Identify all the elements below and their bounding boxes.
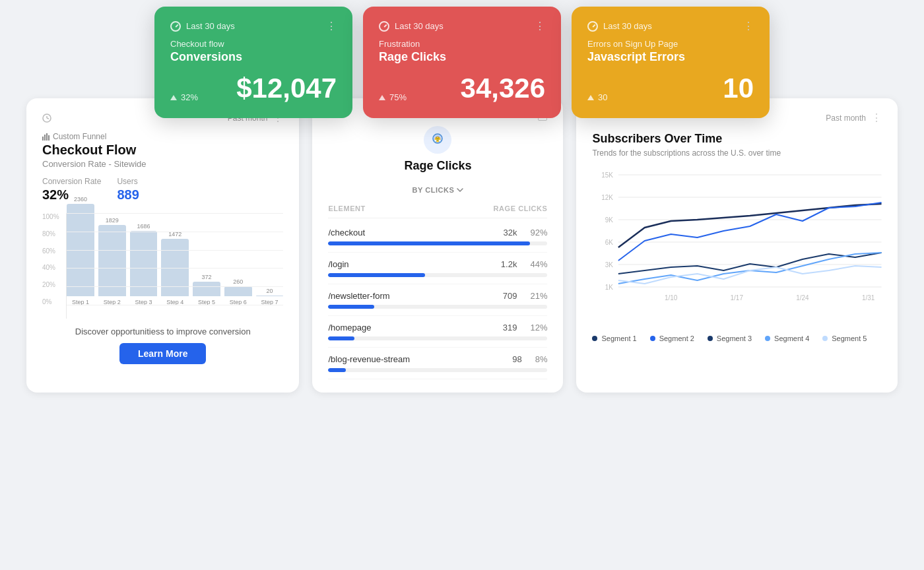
arrow-up-icon [379, 95, 385, 100]
svg-text:1/17: 1/17 [731, 294, 744, 301]
rage-clicks-title: Rage Clicks [328, 159, 547, 173]
rage-clicks-header: RAGE CLICKS [494, 205, 548, 212]
card-title: Javascript Errors [587, 50, 754, 64]
by-clicks-filter[interactable]: BY CLICKS [328, 186, 547, 194]
svg-text:😤: 😤 [434, 136, 441, 142]
rage-element: /homepage [328, 323, 371, 332]
metric-card-errors: Last 30 days ⋮ Errors on Sign Up Page Ja… [572, 7, 770, 118]
list-item: /blog-revenue-stream 98 8% [328, 348, 547, 379]
rage-count: 1.2k [501, 259, 517, 269]
more-options-icon[interactable]: ⋮ [535, 20, 545, 32]
bar-group: 1472Step 4 [161, 231, 189, 305]
rage-count: 98 [512, 354, 521, 364]
rage-row-top: /blog-revenue-stream 98 8% [328, 354, 547, 364]
rage-values: 319 12% [503, 323, 548, 332]
bar [130, 231, 158, 296]
y-label-0: 0% [42, 298, 59, 305]
funnel-label: Custom Funnel [42, 132, 283, 141]
funnel-discover-text: Discover opportunitiess to improve conve… [42, 327, 283, 336]
rage-values: 32k 92% [503, 228, 547, 238]
list-item: /login 1.2k 44% [328, 253, 547, 284]
dashboard: Last 30 days ⋮ Checkout flow Conversions… [0, 0, 924, 570]
y-label-40: 40% [42, 264, 59, 271]
bar [67, 204, 94, 296]
rage-bar-fill [328, 241, 529, 245]
bar-step-label: Step 3 [135, 299, 152, 305]
legend-item: Segment 1 [592, 334, 636, 342]
arrow-up-icon [170, 95, 177, 100]
bar-step-label: Step 7 [261, 299, 279, 305]
metric-card-header: Last 30 days ⋮ [170, 20, 337, 32]
bar [98, 225, 126, 296]
legend-item: Segment 2 [650, 334, 694, 342]
rage-clicks-widget: 😤 Rage Clicks BY CLICKS ELEMENT RAGE CLI… [312, 98, 563, 393]
rage-row-top: /login 1.2k 44% [328, 259, 547, 269]
rage-percent: 21% [530, 291, 547, 301]
top-cards: Last 30 days ⋮ Checkout flow Conversions… [26, 0, 898, 118]
bar-step-label: Step 5 [198, 299, 215, 305]
rage-bar-bg [328, 273, 547, 277]
svg-text:1K: 1K [605, 284, 614, 291]
more-options-icon[interactable]: ⋮ [743, 20, 754, 32]
svg-text:15K: 15K [602, 172, 614, 179]
more-options-icon[interactable]: ⋮ [326, 20, 337, 32]
y-label-60: 60% [42, 247, 59, 255]
rage-rows-container: /checkout 32k 92% /login 1.2k 44% [328, 221, 547, 379]
card-bottom: 30 10 [587, 75, 754, 102]
card-subtitle: Checkout flow [170, 39, 337, 49]
bar-number: 2360 [74, 196, 87, 203]
bar-step-label: Step 4 [166, 299, 183, 305]
svg-text:1/31: 1/31 [862, 294, 875, 301]
svg-rect-6 [48, 135, 50, 141]
legend-item: Segment 4 [765, 334, 809, 342]
svg-rect-4 [44, 135, 46, 141]
y-label-20: 20% [42, 281, 59, 288]
metric-card-rage: Last 30 days ⋮ Frustration Rage Clicks 7… [363, 7, 561, 118]
rage-element: /login [328, 259, 348, 269]
badge-value: 75% [389, 92, 407, 102]
bar-group: 2360Step 1 [67, 196, 94, 305]
legend-label: Segment 3 [717, 334, 752, 342]
rage-row-top: /homepage 319 12% [328, 323, 547, 332]
bar-group: 260Step 6 [224, 278, 252, 305]
rage-bar-bg [328, 305, 547, 309]
rage-bar-fill [328, 305, 374, 309]
rage-percent: 12% [530, 323, 547, 332]
rage-element: /newsletter-form [328, 291, 389, 301]
users-value: 889 [117, 187, 139, 203]
metric-card-header: Last 30 days ⋮ [379, 20, 545, 32]
rage-percent: 8% [535, 354, 548, 364]
bar-chart-icon [42, 133, 50, 141]
metric-value: 10 [723, 75, 754, 102]
rage-bar-fill [328, 336, 354, 340]
clock-icon [587, 21, 598, 32]
learn-more-button[interactable]: Learn More [119, 343, 206, 364]
bar-step-label: Step 6 [230, 299, 247, 305]
line-chart-svg: 15K 12K 9K 6K 3K 1K 1/10 1/17 1/24 1/31 [592, 168, 882, 313]
metric-badge: 32% [170, 92, 198, 102]
svg-rect-5 [46, 133, 48, 141]
card-title: Rage Clicks [379, 50, 545, 64]
bar-chart: 2360Step 11829Step 21686Step 31472Step 4… [66, 213, 283, 319]
card-subtitle: Errors on Sign Up Page [587, 39, 754, 49]
funnel-type-label: Custom Funnel [53, 132, 106, 141]
svg-text:9K: 9K [605, 216, 614, 224]
metric-card-header-left: Last 30 days [587, 21, 652, 32]
card-bottom: 75% 34,326 [379, 75, 545, 102]
bottom-section: Past month ⋮ Custom Funnel Checkout Flow… [26, 98, 898, 393]
bar-number: 20 [267, 288, 273, 294]
legend-dot [592, 336, 597, 341]
cursor-icon: 😤 [430, 133, 445, 147]
period-label: Last 30 days [186, 21, 235, 31]
bar [193, 282, 220, 296]
bar-number: 260 [233, 278, 243, 285]
subscribers-title: Subscribers Over Time [592, 132, 882, 146]
users-stat: Users 889 [117, 177, 139, 203]
rage-values: 1.2k 44% [501, 259, 548, 269]
list-item: /newsletter-form 709 21% [328, 284, 547, 316]
funnel-widget: Past month ⋮ Custom Funnel Checkout Flow… [26, 98, 299, 393]
bar [224, 286, 252, 296]
rage-percent: 92% [530, 228, 547, 238]
subscribers-subtitle: Trends for the subscriptions across the … [592, 148, 882, 158]
list-item: /checkout 32k 92% [328, 221, 547, 253]
